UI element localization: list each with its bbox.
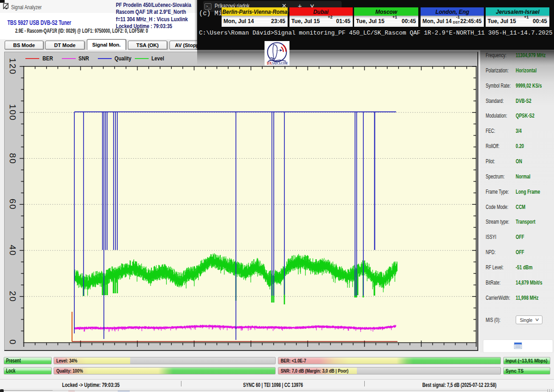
svg-text:SATCS.COM: SATCS.COM [272, 61, 288, 65]
svg-text:DX: DX [267, 61, 272, 65]
